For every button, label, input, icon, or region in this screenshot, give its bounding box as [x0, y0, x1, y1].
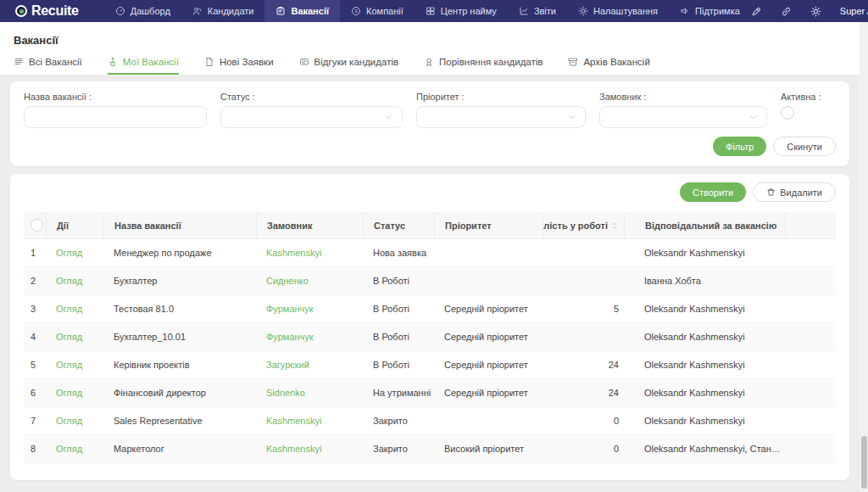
nav-item-3[interactable]: Вакансії: [264, 0, 340, 22]
column-header-label: Відповідальний за вакансію: [645, 221, 776, 231]
status-cell: В Роботі: [363, 276, 434, 286]
nav-item-1[interactable]: Дашборд: [104, 0, 181, 22]
column-header-label: Тривалість у роботі: [542, 221, 608, 231]
filter-panel: Назва вакансії :Статус :Пріоритет :Замов…: [10, 81, 849, 166]
vacancies-table: ДіїНазва вакансіїЗамовникСтатусПріоритет…: [24, 212, 836, 463]
link-icon[interactable]: [781, 6, 792, 17]
tab-bar: Всі ВакансіїМої ВакансіїНові ЗаявкиВідгу…: [0, 57, 868, 75]
nav-item-6[interactable]: Звіти: [508, 0, 567, 22]
tab-6[interactable]: Архів Вакансій: [568, 57, 649, 75]
tab-1[interactable]: Всі Вакансії: [14, 57, 82, 75]
logo[interactable]: Recuite: [15, 3, 79, 19]
archive-icon: [568, 57, 578, 67]
column-header-label: Статус: [374, 221, 405, 231]
filter-label: Статус :: [220, 92, 403, 102]
logo-text: Recuite: [31, 3, 79, 19]
nav-item-4[interactable]: SКомпанії: [340, 0, 415, 22]
tab-4[interactable]: Відгуки кандидатів: [299, 57, 398, 75]
nav-item-5[interactable]: Центр найму: [415, 0, 508, 22]
create-button[interactable]: Створити: [680, 182, 746, 202]
filter-field-priority-select: Пріоритет :: [416, 92, 586, 128]
user-name[interactable]: Super Admin: [840, 6, 868, 16]
filter-field-vacancy-name-input: Назва вакансії :: [24, 92, 207, 128]
company-icon: S: [351, 6, 361, 16]
reset-button[interactable]: Скинути: [773, 137, 836, 156]
nav-item-label: Вакансії: [291, 6, 329, 16]
select-all-cell: [24, 219, 46, 232]
table-actions: Створити Видалити: [10, 182, 849, 212]
column-header-6[interactable]: Тривалість у роботі: [542, 212, 624, 238]
nav-item-7[interactable]: Налаштування: [567, 0, 669, 22]
row-view-link[interactable]: Огляд: [46, 360, 103, 370]
customer-select[interactable]: [599, 106, 767, 128]
responsible-cell: Oleksandr Kashmenskyi: [624, 248, 785, 258]
tab-3[interactable]: Нові Заявки: [204, 57, 274, 75]
priority-cell: Середній пріоритет: [434, 304, 542, 314]
tab-5[interactable]: Порівняння кандидатів: [424, 57, 542, 75]
status-cell: Закрито: [363, 416, 434, 426]
row-view-link[interactable]: Огляд: [46, 276, 103, 286]
pen-icon[interactable]: [751, 6, 762, 17]
column-header-4: Статус: [363, 212, 434, 238]
column-header-label: Замовник: [267, 221, 312, 231]
tab-label: Архів Вакансій: [583, 57, 649, 67]
page-header: Вакансії Всі ВакансіїМої ВакансіїНові За…: [0, 22, 868, 75]
vacancy-name-cell: Тестовая 81.0: [103, 304, 256, 314]
filter-field-status-select: Статус :: [220, 92, 403, 128]
customer-link[interactable]: Sidnenko: [256, 388, 363, 398]
filter-button[interactable]: Фільтр: [713, 137, 766, 156]
priority-cell: Високий пріоритет: [434, 444, 542, 454]
active-checkbox[interactable]: [781, 106, 794, 120]
tab-label: Мої Вакансії: [123, 57, 179, 67]
customer-link[interactable]: Kashmenskyi: [256, 444, 363, 454]
gear-icon[interactable]: [810, 6, 821, 17]
vacancy-name-input[interactable]: [24, 106, 207, 128]
customer-link[interactable]: Загурский: [256, 360, 363, 370]
nav-item-2[interactable]: Кандидати: [181, 0, 265, 22]
briefcase-icon: [275, 6, 286, 16]
select-all-checkbox[interactable]: [31, 219, 43, 232]
table-row: 2ОглядБухгалтерСидненкоВ РоботіІванна Хо…: [24, 267, 836, 295]
row-view-link[interactable]: Огляд: [46, 248, 103, 258]
customer-link[interactable]: Kashmenskyi: [256, 416, 363, 426]
table-row: 1ОглядМенеджер по продажеKashmenskyiНова…: [24, 239, 836, 267]
nav-item-label: Дашборд: [131, 6, 170, 16]
responsible-cell: Oleksandr Kashmenskyi: [624, 332, 785, 342]
row-view-link[interactable]: Огляд: [46, 388, 103, 398]
row-view-link[interactable]: Огляд: [46, 332, 103, 342]
customer-link[interactable]: Сидненко: [256, 276, 363, 286]
vacancy-name-cell: Sales Representative: [103, 416, 256, 426]
customer-link[interactable]: Фурманчук: [256, 332, 363, 342]
nav-item-label: Звіти: [534, 6, 556, 16]
row-number: 7: [24, 416, 46, 426]
customer-link[interactable]: Kashmenskyi: [256, 248, 363, 258]
row-view-link[interactable]: Огляд: [46, 444, 103, 454]
duration-cell: 5: [542, 304, 624, 314]
tab-2[interactable]: Мої Вакансії: [108, 57, 179, 75]
feedback-icon: [299, 57, 309, 67]
nav-item-label: Підтримка: [695, 6, 740, 16]
table-row: 7ОглядSales RepresentativeKashmenskyiЗак…: [24, 407, 836, 435]
app-root: Recuite ДашбордКандидатиВакансіїSКомпані…: [0, 0, 868, 480]
nav-menu: ДашбордКандидатиВакансіїSКомпаніїЦентр н…: [104, 0, 751, 22]
row-number: 1: [24, 248, 46, 258]
filter-field-active-checkbox: Активна :: [781, 92, 821, 123]
status-select[interactable]: [220, 106, 403, 128]
row-view-link[interactable]: Огляд: [46, 304, 103, 314]
row-view-link[interactable]: Огляд: [46, 416, 103, 426]
page-title: Вакансії: [0, 34, 868, 47]
support-icon: [680, 6, 690, 16]
responsible-cell: Oleksandr Kashmenskyi: [624, 416, 785, 426]
delete-button[interactable]: Видалити: [753, 182, 836, 202]
page-scrollbar[interactable]: [860, 22, 868, 492]
customer-link[interactable]: Фурманчук: [256, 304, 363, 314]
status-cell: На утриманні: [363, 388, 434, 398]
column-header-3: Замовник: [256, 212, 363, 238]
priority-select[interactable]: [416, 106, 586, 128]
tab-label: Нові Заявки: [220, 57, 274, 67]
row-number: 8: [24, 444, 46, 454]
nav-item-8[interactable]: Підтримка: [669, 0, 751, 22]
page-scrollbar-thumb[interactable]: [861, 436, 867, 489]
vacancy-name-cell: Керівник проектів: [103, 360, 256, 370]
column-header-1: Дії: [46, 212, 103, 238]
